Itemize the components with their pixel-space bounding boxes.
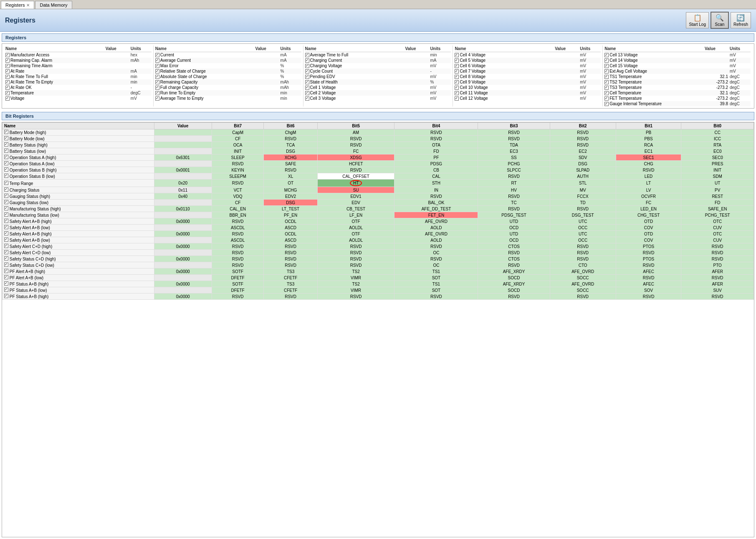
refresh-button[interactable]: 🔄 Refresh bbox=[731, 12, 751, 28]
reg-checkbox[interactable] bbox=[155, 64, 159, 68]
tab-data-memory[interactable]: Data Memory bbox=[35, 1, 72, 9]
reg-value: 39.8 bbox=[705, 101, 730, 106]
reg-checkbox[interactable] bbox=[5, 58, 10, 63]
reg-checkbox[interactable] bbox=[155, 75, 159, 79]
bit-row-checkbox[interactable] bbox=[4, 187, 8, 192]
reg-checkbox[interactable] bbox=[155, 91, 159, 95]
tab-registers-close[interactable]: ✕ bbox=[26, 3, 30, 8]
reg-checkbox[interactable] bbox=[604, 102, 609, 106]
bit-row-checkbox[interactable] bbox=[4, 238, 8, 242]
bit-row-checkbox[interactable] bbox=[4, 174, 8, 178]
bit-row-checkbox[interactable] bbox=[4, 213, 8, 217]
bit-row-value: 0x11 bbox=[154, 187, 212, 193]
bit-cell: SOCD bbox=[478, 275, 550, 281]
reg-checkbox[interactable] bbox=[604, 69, 609, 73]
bit-row-checkbox[interactable] bbox=[4, 219, 8, 223]
reg-checkbox[interactable] bbox=[5, 75, 10, 79]
bit-cell: CF bbox=[212, 200, 264, 206]
bit-cell: RSVD bbox=[212, 294, 264, 300]
reg-checkbox[interactable] bbox=[604, 80, 609, 84]
reg-checkbox[interactable] bbox=[604, 91, 609, 95]
bit-row-checkbox[interactable] bbox=[4, 194, 8, 198]
reg-checkbox[interactable] bbox=[155, 96, 159, 101]
reg-checkbox[interactable] bbox=[155, 53, 159, 57]
bit-row-checkbox[interactable] bbox=[4, 231, 8, 235]
bit-row-checkbox[interactable] bbox=[4, 130, 8, 134]
bit-row-checkbox[interactable] bbox=[4, 181, 8, 185]
reg-checkbox[interactable] bbox=[455, 80, 459, 84]
bit-table-wrapper[interactable]: NameValueBit7Bit6Bit5Bit4Bit3Bit2Bit1Bit… bbox=[2, 122, 754, 537]
bit-table-header: Bit4 bbox=[394, 123, 478, 129]
reg-checkbox[interactable] bbox=[604, 53, 609, 57]
reg-checkbox[interactable] bbox=[455, 58, 459, 63]
bit-row-checkbox[interactable] bbox=[4, 294, 8, 298]
bit-row-checkbox[interactable] bbox=[4, 256, 8, 261]
bit-cell: RSVD bbox=[681, 243, 754, 250]
reg-checkbox[interactable] bbox=[5, 91, 10, 95]
bit-row-checkbox[interactable] bbox=[4, 155, 8, 159]
scan-button[interactable]: 🔍 Scan bbox=[710, 12, 729, 29]
reg-checkbox[interactable] bbox=[455, 86, 459, 90]
bit-row-checkbox[interactable] bbox=[4, 269, 8, 273]
reg-checkbox[interactable] bbox=[305, 96, 309, 101]
main-content: Registers 📋 Start Log 🔍 Scan 🔄 Refresh R… bbox=[0, 9, 756, 539]
bit-cell: RTA bbox=[681, 142, 754, 148]
bit-row-value: 0x0000 bbox=[154, 256, 212, 262]
reg-checkbox[interactable] bbox=[155, 69, 159, 73]
reg-checkbox[interactable] bbox=[604, 96, 609, 101]
reg-checkbox[interactable] bbox=[305, 80, 309, 84]
bit-row-checkbox[interactable] bbox=[4, 275, 8, 279]
bit-row-checkbox[interactable] bbox=[4, 225, 8, 229]
reg-checkbox[interactable] bbox=[455, 69, 459, 73]
reg-checkbox[interactable] bbox=[455, 75, 459, 79]
bit-cell: OTF bbox=[317, 231, 394, 237]
reg-checkbox[interactable] bbox=[155, 86, 159, 90]
bit-row-checkbox[interactable] bbox=[4, 200, 8, 204]
bit-row-checkbox[interactable] bbox=[4, 244, 8, 248]
reg-checkbox[interactable] bbox=[5, 86, 10, 90]
bit-row-checkbox[interactable] bbox=[4, 281, 8, 286]
reg-checkbox[interactable] bbox=[5, 64, 10, 68]
reg-checkbox[interactable] bbox=[5, 53, 10, 57]
bit-row-checkbox[interactable] bbox=[4, 206, 8, 210]
reg-checkbox[interactable] bbox=[305, 58, 309, 63]
reg-unit: mV bbox=[730, 69, 751, 73]
reg-checkbox[interactable] bbox=[455, 96, 459, 101]
bit-row-checkbox[interactable] bbox=[4, 288, 8, 292]
bit-cell: EDV1 bbox=[317, 193, 394, 200]
reg-checkbox[interactable] bbox=[305, 86, 309, 90]
reg-name: Pending EDV bbox=[305, 74, 405, 79]
tab-registers[interactable]: Registers ✕ bbox=[1, 1, 34, 9]
tab-data-memory-label: Data Memory bbox=[40, 3, 67, 8]
reg-checkbox[interactable] bbox=[604, 58, 609, 63]
bit-row-checkbox[interactable] bbox=[4, 136, 8, 140]
reg-checkbox[interactable] bbox=[604, 64, 609, 68]
reg-checkbox[interactable] bbox=[305, 75, 309, 79]
reg-name: Cell 15 Voltage bbox=[604, 63, 705, 68]
reg-checkbox[interactable] bbox=[305, 69, 309, 73]
reg-checkbox[interactable] bbox=[455, 64, 459, 68]
bit-cell: OT bbox=[264, 180, 317, 187]
reg-checkbox[interactable] bbox=[305, 91, 309, 95]
bit-row-checkbox[interactable] bbox=[4, 263, 8, 267]
reg-checkbox[interactable] bbox=[155, 58, 159, 63]
reg-checkbox[interactable] bbox=[155, 80, 159, 84]
reg-checkbox[interactable] bbox=[305, 64, 309, 68]
bit-row-checkbox[interactable] bbox=[4, 250, 8, 254]
bit-row-checkbox[interactable] bbox=[4, 161, 8, 165]
reg-row: Max Error% bbox=[155, 63, 301, 68]
reg-checkbox[interactable] bbox=[5, 69, 10, 73]
reg-checkbox[interactable] bbox=[5, 96, 10, 101]
reg-checkbox[interactable] bbox=[305, 53, 309, 57]
bit-cell: CFETF bbox=[264, 287, 317, 294]
reg-checkbox[interactable] bbox=[604, 75, 609, 79]
bit-row-checkbox[interactable] bbox=[4, 142, 8, 147]
bit-row-checkbox[interactable] bbox=[4, 167, 8, 172]
bit-row-checkbox[interactable] bbox=[4, 149, 8, 153]
reg-checkbox[interactable] bbox=[455, 53, 459, 57]
reg-checkbox[interactable] bbox=[5, 80, 10, 84]
reg-unit: mV bbox=[580, 85, 601, 90]
reg-checkbox[interactable] bbox=[604, 86, 609, 90]
start-log-button[interactable]: 📋 Start Log bbox=[686, 12, 709, 28]
reg-checkbox[interactable] bbox=[455, 91, 459, 95]
